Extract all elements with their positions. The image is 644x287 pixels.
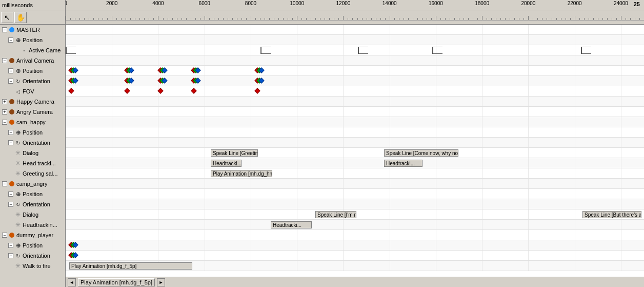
tree-row-ch-dialog[interactable]: ✳Dialog xyxy=(0,148,65,158)
track-bar[interactable]: Play Animation [mh.dg_hnd_... xyxy=(211,170,272,177)
tree-row-angry-camera[interactable]: +Angry Camera xyxy=(0,107,65,117)
scroll-right-button[interactable]: ► xyxy=(157,278,165,286)
expand-btn-angry-camera[interactable]: + xyxy=(2,109,7,114)
timeline-track-ca-orient-track[interactable] xyxy=(66,199,644,209)
keyframe-red[interactable] xyxy=(254,88,260,93)
timeline-track-happy-cam-track[interactable] xyxy=(66,97,644,107)
grid-line xyxy=(482,168,482,178)
ruler-number-22000: 22000 xyxy=(568,1,582,6)
tree-row-ca-orientation[interactable]: −↻Orientation xyxy=(0,199,65,209)
grid-line xyxy=(112,251,112,260)
tree-row-ch-orientation[interactable]: −↻Orientation xyxy=(0,138,65,148)
tree-row-ca-headtrack[interactable]: ✳Headtrackin... xyxy=(0,220,65,230)
timeline-track-ca-headtrack-track[interactable]: Headtracki...Headtracki... xyxy=(66,220,644,230)
timeline-body[interactable]: Speak Line [Greetin...Speak Line [Come n… xyxy=(66,25,644,277)
timeline-track-ca-dialog-track[interactable]: Speak Line [I'm n...Speak Line [But ther… xyxy=(66,209,644,220)
track-bar[interactable]: Play Animation [mh.dg_f_5p] xyxy=(69,262,192,270)
timeline-track-ch-greeting-track[interactable]: Play Animation [mh.dg_hnd_... xyxy=(66,168,644,179)
timeline-track-arr-orient-track[interactable] xyxy=(66,76,644,86)
tree-row-arr-fov[interactable]: ◁FOV xyxy=(0,86,65,97)
node-icon-ca-position: ⊕ xyxy=(14,190,22,198)
tree-row-ca-position[interactable]: −⊕Position xyxy=(0,189,65,199)
expand-btn-happy-camera[interactable]: + xyxy=(2,99,7,104)
track-bar[interactable]: Headtracki... xyxy=(384,160,422,167)
expand-btn-ch-position[interactable]: − xyxy=(8,130,13,135)
keyframe-red[interactable] xyxy=(68,88,74,93)
grid-line xyxy=(205,55,205,65)
grid-line xyxy=(112,209,112,219)
timeline-track-position-track[interactable] xyxy=(66,35,644,45)
ruler-tick-minor xyxy=(537,18,538,20)
track-bar[interactable]: Speak Line [I'm n... xyxy=(315,211,356,218)
hand-tool-button[interactable]: ✋ xyxy=(14,12,27,23)
tree-row-arrival-camera[interactable]: −Arrival Camera xyxy=(0,55,65,66)
tree-row-ch-position[interactable]: −⊕Position xyxy=(0,127,65,138)
track-bar[interactable]: Speak Line [But there's al... xyxy=(582,211,641,218)
timeline-track-angry-cam-track[interactable] xyxy=(66,107,644,117)
track-bar[interactable]: Speak Line [Greetin... xyxy=(211,149,258,157)
node-icon-arr-orientation: ↻ xyxy=(14,78,22,85)
tree-row-dp-position[interactable]: −⊕Position xyxy=(0,240,65,251)
tree-row-camp-angry[interactable]: −camp_angry xyxy=(0,179,65,189)
ruler-tick-major xyxy=(251,16,251,20)
expand-btn-ch-orientation[interactable]: − xyxy=(8,140,13,145)
grid-line xyxy=(112,138,112,147)
timeline-track-ca-pos-track[interactable] xyxy=(66,189,644,199)
select-tool-button[interactable]: ↖ xyxy=(1,12,13,23)
keyframe-red[interactable] xyxy=(157,88,163,93)
keyframe-red[interactable] xyxy=(124,88,130,93)
timeline-track-walk-to-fire-track[interactable]: Play Animation [mh.dg_f_5p] xyxy=(66,261,644,271)
tree-row-arr-orientation[interactable]: −↻Orientation xyxy=(0,76,65,86)
timeline-track-arr-fov-track[interactable] xyxy=(66,86,644,97)
tree-row-ch-headtrack[interactable]: ✳Head tracki... xyxy=(0,158,65,168)
expand-btn-ca-position[interactable]: − xyxy=(8,192,13,197)
tree-row-position[interactable]: −⊕Position xyxy=(0,35,65,45)
grid-line xyxy=(205,189,205,199)
expand-btn-position[interactable]: − xyxy=(8,37,13,43)
timeline-track-dummy-player-track[interactable] xyxy=(66,230,644,240)
tree-row-dp-orientation[interactable]: −↻Orientation xyxy=(0,251,65,261)
expand-btn-dummy-player[interactable]: − xyxy=(2,233,7,238)
timeline-track-master-track[interactable] xyxy=(66,25,644,35)
timeline-track-ch-orient-track[interactable] xyxy=(66,138,644,148)
timeline-track-arr-pos-track[interactable] xyxy=(66,66,644,76)
expand-btn-arr-position[interactable]: − xyxy=(8,68,13,73)
ruler-tick-minor xyxy=(459,18,459,20)
ruler-tick-major xyxy=(528,16,529,20)
tree-row-arr-position[interactable]: −⊕Position xyxy=(0,66,65,76)
tree-row-master[interactable]: −MASTER xyxy=(0,25,65,35)
timeline-track-ch-headtrack-track[interactable]: Headtracki...Headtracki... xyxy=(66,158,644,168)
tree-row-happy-camera[interactable]: +Happy Camera xyxy=(0,97,65,107)
timeline-track-dp-pos-track[interactable] xyxy=(66,240,644,251)
timeline-track-camp-happy-track[interactable] xyxy=(66,117,644,127)
tree-row-ch-greeting[interactable]: ✳Greeting sal... xyxy=(0,168,65,179)
track-bar[interactable]: Headtracki... xyxy=(211,160,242,167)
tree-row-dummy-player[interactable]: −dummy_player xyxy=(0,230,65,240)
expand-btn-arrival-camera[interactable]: − xyxy=(2,58,7,63)
ruler-tick-minor xyxy=(519,18,519,20)
track-bar[interactable]: Speak Line [Come now, why not? This is c… xyxy=(384,149,458,157)
keyframe-red[interactable] xyxy=(191,88,196,93)
tree-row-camp-happy[interactable]: −cam_happy xyxy=(0,117,65,127)
expand-btn-dp-orientation[interactable]: − xyxy=(8,253,13,258)
expand-btn-camp-happy[interactable]: − xyxy=(2,120,7,125)
expand-btn-camp-angry[interactable]: − xyxy=(2,181,7,186)
expand-btn-arr-orientation[interactable]: − xyxy=(8,79,13,84)
expand-btn-ca-orientation[interactable]: − xyxy=(8,202,13,207)
expand-btn-master[interactable]: − xyxy=(2,27,7,32)
tree-row-active-came[interactable]: •Active Came xyxy=(0,45,65,55)
tree-row-ca-dialog[interactable]: ✳Dialog xyxy=(0,209,65,220)
expand-btn-dp-position[interactable]: − xyxy=(8,243,13,248)
timeline-track-ch-pos-track[interactable] xyxy=(66,127,644,138)
timeline-track-ch-dialog-track[interactable]: Speak Line [Greetin...Speak Line [Come n… xyxy=(66,148,644,158)
node-label-arr-fov: FOV xyxy=(23,88,34,94)
tree-row-walk-to-fire[interactable]: ✳Walk to fire xyxy=(0,261,65,271)
timeline-track-active-came-track[interactable] xyxy=(66,45,644,55)
timeline-track-arrival-cam-track[interactable] xyxy=(66,55,644,66)
grid-line xyxy=(436,261,436,271)
scroll-left-button[interactable]: ◄ xyxy=(68,278,76,286)
track-bar[interactable]: Headtracki... xyxy=(271,221,312,228)
timeline-track-dp-orient-track[interactable] xyxy=(66,251,644,261)
timeline-track-camp-angry-track[interactable] xyxy=(66,179,644,189)
timeline-ruler[interactable] xyxy=(66,10,644,21)
